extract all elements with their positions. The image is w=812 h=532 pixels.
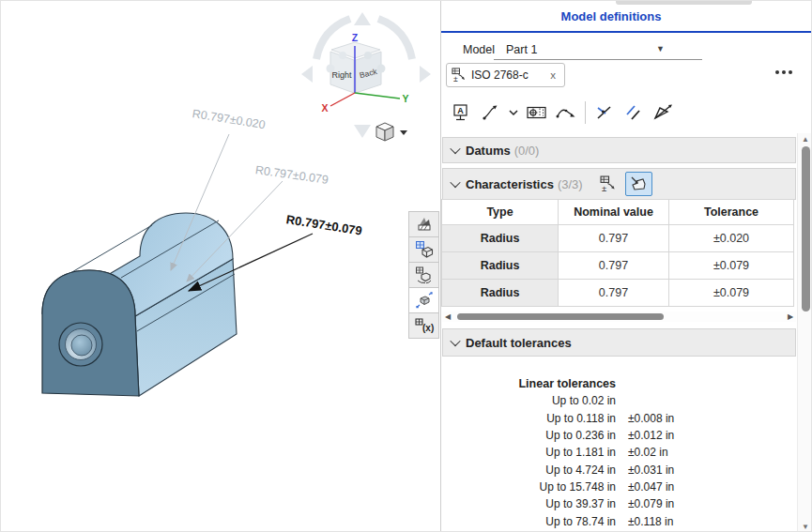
direction-flag-icon — [651, 102, 674, 123]
angle-leader-icon — [555, 102, 577, 123]
standard-chip-label: ISO 2768-c — [471, 68, 548, 82]
chevron-down-icon — [400, 130, 407, 135]
linear-tolerances-block: Linear tolerances Up to 0.02 in Up to 0.… — [441, 375, 796, 530]
exploded-view-tool-button-active[interactable] — [408, 287, 439, 313]
pick-from-model-button-active[interactable] — [625, 172, 652, 196]
tolerance-range: Up to 39.37 in — [441, 497, 616, 510]
viewcube-body[interactable] — [327, 42, 386, 93]
horizontal-scrollbar[interactable]: ◀ ▶ — [442, 312, 796, 322]
grid-cube-rotate-icon — [415, 266, 434, 284]
axis-x-label: X — [321, 102, 328, 114]
datums-title: Datums — [466, 144, 511, 158]
svg-text:(x): (x) — [422, 323, 434, 333]
datums-section-header[interactable]: Datums (0/0) — [442, 137, 796, 163]
expressions-tool-button[interactable]: (x) — [408, 312, 439, 339]
feature-control-frame-button[interactable] — [525, 100, 549, 125]
model-definitions-panel: Model definitions Model Part 1 ▼ ± ISO 2… — [441, 1, 812, 532]
characteristics-count: (3/3) — [558, 177, 583, 191]
parallel-tool-button[interactable] — [621, 100, 646, 125]
tolerance-range: Up to 78.74 in — [441, 515, 616, 528]
display-style-button[interactable] — [376, 123, 407, 141]
table-row[interactable]: Radius 0.797 ±0.079 — [442, 280, 796, 307]
axis-y-label: Y — [402, 93, 408, 104]
3d-scene: Right Back Z X Y — [1, 1, 441, 532]
general-tolerance-icon: ± — [452, 68, 467, 84]
cube-arrows-icon — [415, 291, 434, 310]
intersection-tool-button[interactable] — [592, 100, 617, 125]
chevron-down-icon — [450, 336, 460, 346]
datum-direction-button[interactable] — [651, 100, 675, 125]
panel-title-underline — [441, 31, 812, 33]
tolerance-value: ±0.118 in — [628, 515, 673, 528]
note-tool-button[interactable]: A — [449, 100, 473, 125]
horizontal-scroll-thumb[interactable] — [457, 313, 664, 320]
linear-tolerances-title: Linear tolerances — [441, 377, 616, 390]
chevron-down-icon: ▼ — [656, 44, 665, 53]
view-cube[interactable]: Right Back Z X Y — [301, 12, 431, 141]
tolerance-range: Up to 4.724 in — [441, 464, 616, 477]
tolerance-standard-chip[interactable]: ± ISO 2768-c x — [446, 63, 565, 87]
rotate-right-arrow[interactable] — [378, 19, 412, 59]
panel-title[interactable]: Model definitions — [441, 9, 781, 23]
tolerance-range: Up to 15.748 in — [441, 480, 616, 494]
cell-tolerance: ±0.020 — [668, 224, 794, 252]
linear-tolerance-row: Up to 78.74 in ±0.118 in — [441, 512, 796, 529]
scroll-up-arrow[interactable]: ▲ — [798, 135, 812, 144]
chevron-down-icon — [508, 107, 519, 118]
cell-tolerance: ±0.079 — [668, 251, 794, 280]
scroll-left-arrow[interactable]: ◀ — [442, 312, 453, 321]
cell-nominal: 0.797 — [558, 224, 669, 252]
chevron-down-icon — [450, 144, 460, 154]
scroll-right-arrow[interactable]: ▶ — [785, 312, 796, 321]
column-header-tolerance[interactable]: Tolerance — [668, 199, 794, 225]
model-definitions-tool-button[interactable] — [408, 236, 439, 263]
dimension-icon — [480, 102, 500, 123]
app-window: Right Back Z X Y — [1, 1, 811, 531]
part-model[interactable] — [42, 213, 237, 396]
side-tool-strip: (x) — [408, 211, 439, 339]
vertical-scrollbar[interactable]: ▲ ▼ — [797, 133, 812, 532]
tolerance-value: ±0.031 in — [628, 464, 674, 477]
appearance-tool-button[interactable] — [408, 211, 439, 237]
tolerance-range: Up to 1.181 in — [441, 446, 616, 459]
cell-tolerance: ±0.079 — [668, 279, 794, 307]
viewcube-face-right[interactable]: Right — [331, 70, 352, 80]
tab-remnant — [616, 1, 752, 5]
table-row[interactable]: Radius 0.797 ±0.020 — [442, 225, 796, 252]
tolerance-value: ±0.079 in — [628, 497, 674, 510]
more-options-button[interactable] — [775, 70, 792, 74]
model-label: Model — [463, 43, 495, 56]
cell-type: Radius — [441, 279, 559, 307]
characteristics-table: Type Nominal value Tolerance Radius 0.79… — [442, 200, 796, 307]
column-header-type[interactable]: Type — [441, 199, 559, 225]
appearance-icon — [415, 215, 434, 234]
chip-close-button[interactable]: x — [548, 69, 558, 81]
scroll-down-arrow[interactable]: ▼ — [798, 523, 812, 531]
tolerance-value: ±0.012 in — [628, 429, 674, 442]
linear-tolerances-rows: Up to 0.02 in Up to 0.118 in ±0.008 in U… — [441, 392, 796, 529]
arrow-into-part-icon — [630, 175, 647, 192]
column-header-nominal[interactable]: Nominal value — [558, 199, 669, 225]
dimension-dropdown-button[interactable] — [507, 100, 520, 125]
linear-tolerance-row: Up to 0.118 in ±0.008 in — [441, 410, 796, 427]
model-dropdown[interactable]: Part 1 ▼ — [494, 38, 702, 60]
default-tolerances-section-header[interactable]: Default tolerances — [442, 328, 796, 357]
cell-type: Radius — [441, 251, 559, 280]
dimension-tool-button[interactable] — [478, 100, 502, 125]
characteristics-title: Characteristics — [466, 177, 554, 191]
table-body: Radius 0.797 ±0.020 Radius 0.797 ±0.079 … — [442, 225, 796, 307]
general-tolerance-icon[interactable]: ± — [600, 175, 618, 193]
tolerance-value: ±0.02 in — [628, 446, 668, 459]
model-views-tool-button[interactable] — [408, 262, 439, 288]
cell-nominal: 0.797 — [558, 279, 669, 307]
cell-type: Radius — [441, 224, 559, 252]
characteristics-section-header[interactable]: Characteristics (3/3) ± — [442, 168, 796, 200]
linear-tolerance-row: Up to 15.748 in ±0.047 in — [441, 479, 796, 495]
fcf-target-icon — [526, 102, 548, 123]
table-row[interactable]: Radius 0.797 ±0.079 — [442, 252, 796, 280]
axis-z-label: Z — [352, 32, 359, 43]
3d-viewport[interactable]: Right Back Z X Y — [1, 1, 441, 532]
angle-dimension-button[interactable] — [554, 100, 578, 125]
toolbar-separator — [585, 101, 586, 124]
vertical-scroll-thumb[interactable] — [802, 146, 810, 312]
